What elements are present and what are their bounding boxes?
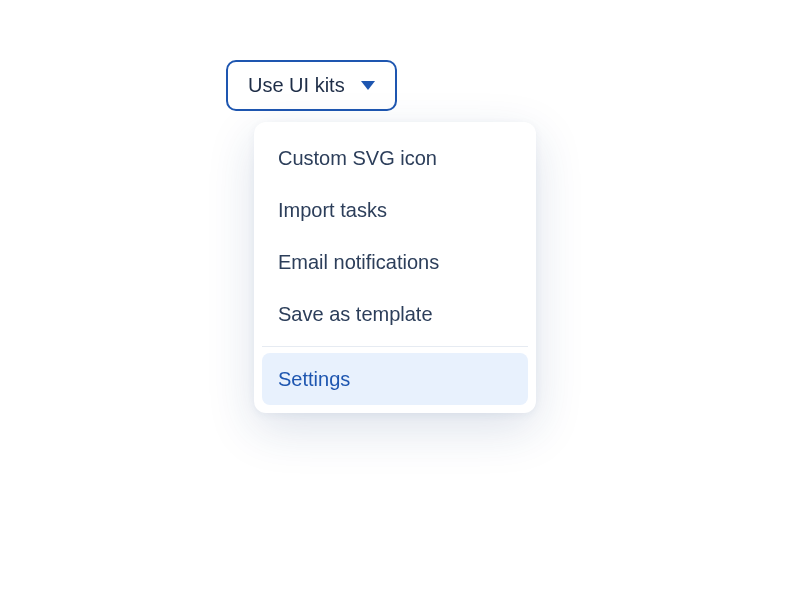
menu-divider xyxy=(262,346,528,347)
menu-item-save-as-template[interactable]: Save as template xyxy=(254,288,536,340)
menu-item-label: Custom SVG icon xyxy=(278,147,437,169)
dropdown-menu: Custom SVG icon Import tasks Email notif… xyxy=(254,122,536,413)
menu-item-label: Save as template xyxy=(278,303,433,325)
menu-item-settings[interactable]: Settings xyxy=(262,353,528,405)
menu-item-label: Import tasks xyxy=(278,199,387,221)
dropdown-trigger-label: Use UI kits xyxy=(248,74,345,97)
dropdown-container: Use UI kits Custom SVG icon Import tasks… xyxy=(226,60,397,111)
dropdown-trigger[interactable]: Use UI kits xyxy=(226,60,397,111)
menu-item-label: Settings xyxy=(278,368,350,390)
menu-item-custom-svg-icon[interactable]: Custom SVG icon xyxy=(254,132,536,184)
caret-down-icon xyxy=(361,81,375,90)
menu-item-import-tasks[interactable]: Import tasks xyxy=(254,184,536,236)
menu-item-email-notifications[interactable]: Email notifications xyxy=(254,236,536,288)
menu-item-label: Email notifications xyxy=(278,251,439,273)
